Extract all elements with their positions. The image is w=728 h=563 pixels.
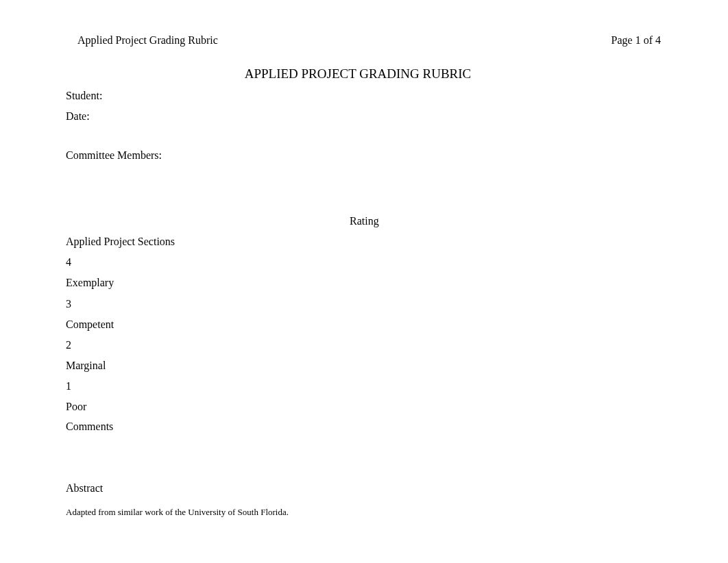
field-date-label: Date: [66,110,90,123]
rating-level-4-label: Exemplary [66,277,114,289]
comments-heading: Comments [66,421,113,433]
rating-level-2-number: 2 [66,339,71,351]
rating-level-1-label: Poor [66,401,86,413]
sections-heading: Applied Project Sections [66,236,175,248]
field-student-label: Student: [66,90,102,102]
rating-level-3-label: Competent [66,318,114,331]
rating-level-1-number: 1 [66,380,71,392]
header-left: Applied Project Grading Rubric [77,34,218,47]
document-title: APPLIED PROJECT GRADING RUBRIC [0,66,728,82]
field-committee-label: Committee Members: [66,149,162,162]
footnote: Adapted from similar work of the Univers… [66,507,289,518]
rating-heading: Rating [350,215,379,227]
rating-level-4-number: 4 [66,256,71,268]
header-right: Page 1 of 4 [611,34,661,47]
rating-level-3-number: 3 [66,298,71,310]
rating-level-2-label: Marginal [66,360,106,372]
section-abstract: Abstract [66,482,103,495]
